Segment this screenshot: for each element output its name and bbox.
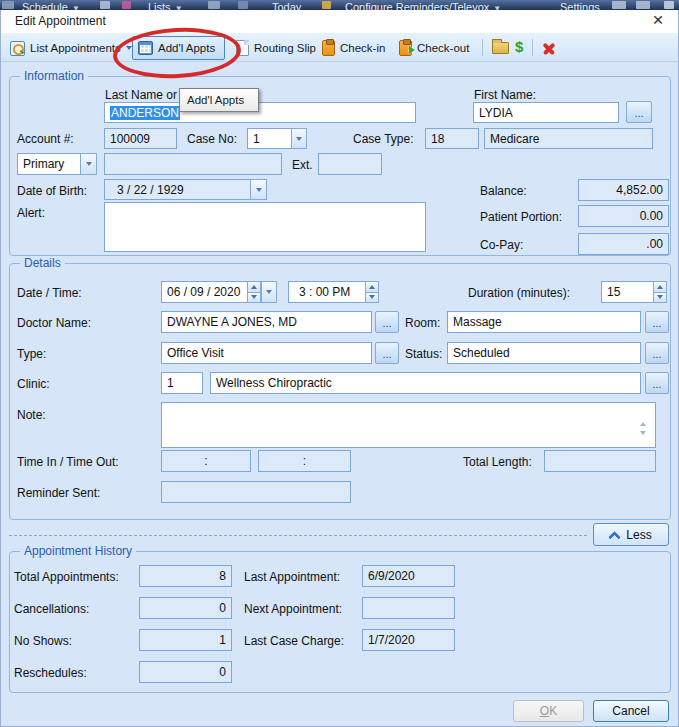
app-menu-configure-reminders[interactable]: Configure Reminders/Televox▼ — [345, 0, 501, 10]
account-field: 100009 — [104, 128, 177, 149]
addl-appts-button[interactable]: Add'l Appts — [132, 36, 225, 60]
chevron-down-icon — [126, 46, 132, 50]
check-in-button[interactable]: Check-in — [317, 36, 390, 60]
room-lookup-button[interactable]: ... — [645, 311, 669, 333]
app-toolbar-strip: Schedule▼ Lists▼ Today Configure Reminde… — [0, 0, 679, 10]
room-field[interactable]: Massage — [447, 311, 641, 333]
toolbar-separator — [482, 39, 483, 56]
ext-label: Ext. — [292, 158, 313, 172]
clinic-code-field[interactable]: 1 — [161, 372, 203, 394]
time-out-field: : — [258, 450, 351, 472]
app-menu-lists[interactable]: Lists▼ — [148, 0, 183, 10]
app-icon — [612, 1, 626, 9]
phone-type-combo[interactable]: Primary — [17, 153, 81, 175]
app-menu-settings[interactable]: Settings — [560, 0, 600, 10]
list-appointments-button[interactable]: List Appointments — [5, 36, 137, 60]
chevron-down-icon — [86, 162, 92, 166]
case-type-code-field: 18 — [425, 128, 479, 149]
dob-field[interactable]: 3 / 22 / 1929 — [104, 179, 251, 200]
date-time-label: Date / Time: — [17, 286, 82, 300]
reschedules-label: Reschedules: — [14, 666, 87, 680]
case-no-label: Case No: — [187, 132, 237, 146]
triangle-up-icon — [657, 285, 663, 289]
ok-button[interactable]: OK — [513, 700, 584, 722]
toolbar-separator — [532, 39, 533, 56]
time-in-field: : — [161, 450, 251, 472]
status-field[interactable]: Scheduled — [447, 342, 641, 364]
ext-field[interactable] — [318, 153, 382, 175]
last-name-field[interactable]: ANDERSON — [104, 102, 416, 123]
spin-up-button[interactable] — [365, 281, 379, 293]
balance-field: 4,852.00 — [578, 179, 669, 201]
type-field[interactable]: Office Visit — [161, 342, 372, 364]
last-appointment-label: Last Appointment: — [244, 570, 340, 584]
duration-field[interactable]: 15 — [601, 281, 654, 303]
check-in-label: Check-in — [340, 42, 385, 54]
first-name-label: First Name: — [474, 88, 536, 102]
patient-lookup-button[interactable]: ... — [626, 101, 652, 123]
spin-down-button[interactable] — [247, 293, 261, 304]
total-appointments-label: Total Appointments: — [14, 570, 119, 584]
addl-appts-label: Add'l Appts — [158, 42, 215, 54]
note-label: Note: — [17, 408, 46, 422]
case-no-dropdown-button[interactable] — [291, 128, 307, 149]
type-lookup-button[interactable]: ... — [375, 342, 399, 364]
doctor-lookup-button[interactable]: ... — [375, 311, 399, 333]
spin-down-button[interactable] — [653, 293, 667, 304]
date-spinner[interactable] — [247, 281, 261, 303]
app-menu-schedule[interactable]: Schedule▼ — [22, 0, 80, 10]
date-dropdown-button[interactable] — [261, 281, 277, 303]
doctor-name-field[interactable]: DWAYNE A JONES, MD — [161, 311, 372, 333]
app-icon — [100, 1, 110, 9]
account-label: Account #: — [17, 132, 74, 146]
app-icon — [664, 1, 674, 9]
payment-button[interactable]: $ — [510, 34, 528, 58]
dob-dropdown-button[interactable] — [250, 179, 267, 200]
triangle-down-icon — [251, 295, 257, 299]
details-legend: Details — [20, 256, 65, 270]
spin-up-button[interactable] — [653, 281, 667, 293]
separator-dashed-line — [9, 535, 587, 536]
scroll-down-icon[interactable] — [640, 435, 675, 449]
spin-up-button[interactable] — [247, 281, 261, 293]
note-textarea[interactable] — [161, 402, 656, 448]
clinic-lookup-button[interactable]: ... — [645, 372, 669, 394]
phone-type-dropdown-button[interactable] — [80, 153, 97, 175]
duration-spinner[interactable] — [653, 281, 667, 303]
app-grid-icon — [2, 1, 14, 9]
status-lookup-button[interactable]: ... — [645, 342, 669, 364]
chevron-down-icon — [256, 188, 262, 192]
cancel-button[interactable]: Cancel — [593, 700, 669, 722]
last-appointment-field: 6/9/2020 — [362, 565, 455, 587]
calendar-icon — [138, 41, 153, 55]
first-name-field[interactable]: LYDIA — [473, 102, 619, 123]
time-spinner[interactable] — [365, 281, 379, 303]
time-in-out-label: Time In / Time Out: — [17, 455, 119, 469]
date-field[interactable]: 06 / 09 / 2020 — [161, 281, 248, 303]
scroll-up-icon[interactable] — [640, 408, 675, 422]
clinic-name-field[interactable]: Wellness Chiropractic — [210, 372, 641, 394]
close-icon[interactable]: × — [648, 9, 668, 31]
less-label: Less — [626, 528, 651, 542]
time-field[interactable]: 3 : 00 PM — [288, 281, 366, 303]
clipboard-icon — [322, 40, 335, 56]
information-legend: Information — [20, 69, 88, 83]
case-type-name-field: Medicare — [484, 128, 653, 149]
alert-textarea[interactable] — [104, 202, 426, 252]
app-icon — [636, 1, 650, 9]
dialog-toolbar: List Appointments Add'l Appts Routing Sl… — [1, 33, 678, 62]
phone-field[interactable] — [104, 153, 282, 175]
less-button[interactable]: Less — [593, 523, 669, 546]
routing-slip-button[interactable]: Routing Slip — [231, 36, 321, 60]
dob-label: Date of Birth: — [17, 184, 87, 198]
check-out-button[interactable]: Check-out — [394, 36, 474, 60]
doctor-name-label: Doctor Name: — [17, 316, 91, 330]
delete-button[interactable] — [537, 36, 561, 60]
ok-label: OK — [540, 704, 557, 718]
spin-down-button[interactable] — [365, 293, 379, 304]
case-no-field[interactable]: 1 — [247, 128, 292, 149]
chevron-down-icon — [296, 137, 302, 141]
list-appointments-label: List Appointments — [30, 42, 121, 54]
app-menu-today[interactable]: Today — [272, 0, 301, 10]
document-icon — [236, 40, 249, 56]
